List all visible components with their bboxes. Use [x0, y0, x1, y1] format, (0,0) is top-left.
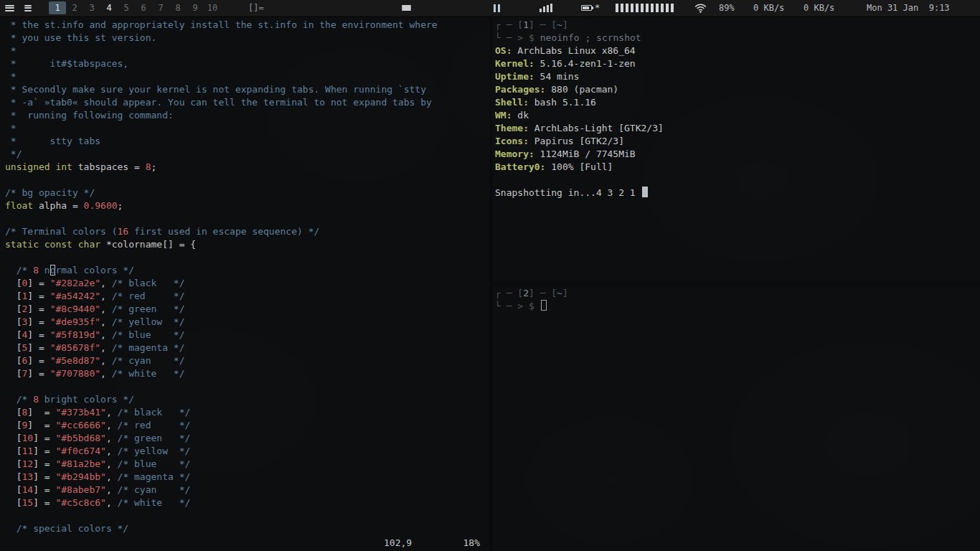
workspace-1[interactable]: 1: [49, 1, 66, 14]
sysinfo-line: Kernel: 5.16.4-zen1-1-zen: [495, 57, 980, 70]
volume-meter[interactable]: [616, 4, 674, 12]
sysinfo-label: Battery0:: [495, 161, 545, 172]
sysinfo-line: Memory: 1124MiB / 7745MiB: [495, 148, 980, 161]
workspace-10[interactable]: 10: [204, 1, 221, 14]
meter-bar: [666, 4, 669, 12]
code-line: * stty tabs: [5, 135, 490, 148]
code-line: [14] = "#8abeb7", /* cyan */: [5, 484, 490, 496]
sysinfo-line: WM: dk: [495, 109, 980, 122]
status-bar: 12345678910 []= * 89% 0 KB/s 0 KB/s Mon …: [0, 0, 980, 16]
code-line: /* Terminal colors (16 first used in esc…: [5, 225, 490, 238]
code-line: [6] = "#5e8d87", /* cyan */: [5, 354, 490, 367]
battery-charging-star: *: [595, 3, 600, 13]
code-line: [4] = "#5f819d", /* blue */: [5, 329, 490, 342]
workspace-8[interactable]: 8: [169, 1, 187, 14]
code-line: [5, 380, 490, 393]
sysinfo-value: 880 (pacman): [545, 84, 618, 95]
code-line: /* bg opacity */: [5, 187, 490, 199]
vim-window[interactable]: * the st.info and appropriately install …: [0, 17, 490, 551]
code-line: [9] = "#cc6666", /* red */: [5, 419, 490, 432]
code-line: [2] = "#8c9440", /* green */: [5, 303, 490, 316]
code-line: [7] = "#707880", /* white */: [5, 367, 490, 380]
workspace-9[interactable]: 9: [187, 1, 204, 14]
sysinfo-label: Kernel:: [495, 58, 534, 69]
sysinfo-label: Icons:: [495, 136, 529, 146]
vim-statusline: "config.h" 484L, 21648B 102,9 18%: [5, 537, 480, 550]
workspace-2[interactable]: 2: [66, 1, 83, 14]
meter-bar: [621, 4, 623, 12]
prompt-line-input: └ ─ > $: [495, 300, 980, 313]
code-line: /* 8 bright colors */: [5, 393, 490, 406]
apps-grid-icon[interactable]: [24, 0, 32, 16]
code-line: [15] = "#c5c8c6", /* white */: [5, 496, 490, 509]
wifi-icon: [694, 0, 707, 16]
terminal-cursor-hollow: [541, 300, 547, 311]
sysinfo-value: 54 mins: [534, 71, 580, 82]
sysinfo-value: ArchLabs Linux x86_64: [512, 45, 635, 56]
sysinfo-line: OS: ArchLabs Linux x86_64: [495, 44, 980, 57]
sysinfo-label: Uptime:: [495, 71, 534, 82]
typed-command: neoinfo ; scrnshot: [540, 32, 641, 43]
layout-indicator[interactable]: []=: [248, 0, 264, 16]
code-line: [0] = "#282a2e", /* black */: [5, 277, 490, 290]
meter-bar: [616, 4, 618, 12]
sysinfo-line: Uptime: 54 mins: [495, 70, 980, 83]
code-line: *: [5, 44, 490, 57]
sysinfo-label: WM:: [495, 110, 512, 121]
code-line: [5, 251, 490, 264]
code-line: [5, 509, 490, 522]
sysinfo-value: 5.16.4-zen1-1-zen: [534, 58, 636, 69]
code-line: [10] = "#b5bd68", /* green */: [5, 432, 490, 445]
menu-icon[interactable]: [5, 0, 14, 16]
code-line: * it#$tabspaces,: [5, 57, 490, 70]
system-info: OS: ArchLabs Linux x86_64Kernel: 5.16.4-…: [495, 44, 980, 174]
net-download: 0 KB/s: [753, 0, 784, 16]
sysinfo-label: Memory:: [495, 149, 534, 159]
meter-bar: [641, 4, 644, 12]
code-line: *: [5, 70, 490, 83]
workspace-7[interactable]: 7: [152, 1, 169, 14]
workspace-6[interactable]: 6: [135, 1, 152, 14]
sysinfo-value: Papirus [GTK2/3]: [529, 136, 624, 146]
code-line: *: [5, 122, 490, 135]
code-line: * you use this st version.: [5, 32, 490, 44]
prompt-line-command: └ ─ > $neoinfo ; scrnshot: [495, 32, 980, 44]
tasklist-icon[interactable]: [402, 0, 411, 16]
code-line: [5] = "#85678f", /* magenta */: [5, 342, 490, 354]
sysinfo-value: 100% [Full]: [545, 161, 613, 172]
code-line: * running following command:: [5, 109, 490, 122]
code-line: /* 8 normal colors */: [5, 264, 490, 277]
sysinfo-line: Theme: ArchLabs-Light [GTK2/3]: [495, 122, 980, 135]
pause-icon[interactable]: [494, 0, 500, 16]
code-line: static const char *colorname[] = {: [5, 238, 490, 251]
vim-scroll-percent: 18%: [463, 537, 480, 550]
code-line: * -a` »tab0« should appear. You can tell…: [5, 96, 490, 109]
terminal-bottom-window[interactable]: ┌ ─ [2] ─ [~] └ ─ > $: [492, 286, 980, 551]
equalizer-icon: [540, 0, 552, 16]
sysinfo-label: OS:: [495, 45, 512, 56]
workspace-4[interactable]: 4: [100, 1, 118, 14]
code-line: * Secondly make sure your kernel is not …: [5, 83, 490, 96]
workspace-5[interactable]: 5: [118, 1, 135, 14]
vim-buffer: * the st.info and appropriately install …: [0, 17, 490, 535]
sysinfo-value: ArchLabs-Light [GTK2/3]: [529, 123, 664, 133]
sysinfo-value: bash 5.1.16: [529, 97, 596, 108]
sysinfo-line: Icons: Papirus [GTK2/3]: [495, 135, 980, 148]
meter-bar: [651, 4, 654, 12]
meter-bar: [646, 4, 649, 12]
code-line: [5, 174, 490, 187]
terminal-top-window[interactable]: ┌ ─ [1] ─ [~] └ ─ > $neoinfo ; scrnshot …: [492, 17, 980, 283]
code-line: [8] = "#373b41", /* black */: [5, 406, 490, 419]
sysinfo-line: Shell: bash 5.1.16: [495, 96, 980, 109]
prompt-line-top: ┌ ─ [1] ─ [~]: [495, 19, 980, 32]
code-line: [3] = "#de935f", /* yellow */: [5, 316, 490, 329]
code-line: float alpha = 0.9600;: [5, 199, 490, 212]
code-line: unsigned int tabspaces = 8;: [5, 161, 490, 174]
meter-bar: [656, 4, 659, 12]
net-upload: 0 KB/s: [804, 0, 834, 16]
sysinfo-label: Shell:: [495, 97, 529, 108]
meter-bar: [636, 4, 639, 12]
workspace-3[interactable]: 3: [83, 1, 100, 14]
workspace-list: 12345678910: [49, 0, 221, 16]
sysinfo-line: Packages: 880 (pacman): [495, 83, 980, 96]
